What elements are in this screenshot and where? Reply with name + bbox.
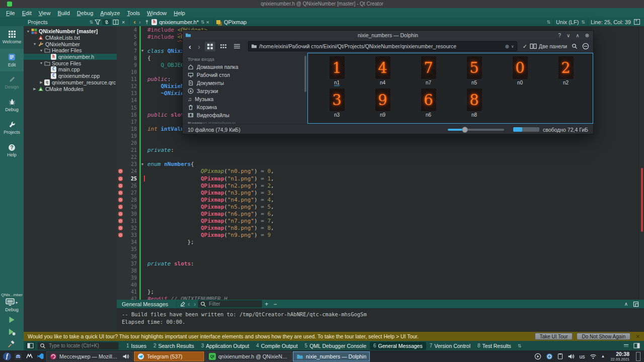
file-n0[interactable]: 0n0 <box>497 56 543 88</box>
menu-debug[interactable]: Debug <box>73 9 97 17</box>
tree-expander-icon[interactable]: ▼ <box>26 30 31 33</box>
place-downloads[interactable]: Загрузки <box>183 87 307 95</box>
mode-debug[interactable]: Debug <box>0 94 24 117</box>
maximize-window-button[interactable]: ∧ <box>576 33 579 38</box>
close-document-button[interactable]: × <box>205 19 211 25</box>
tree-item-qnixienumber-h[interactable]: hqnixienumber.h <box>24 54 117 60</box>
tree-item-main-cpp[interactable]: Cmain.cpp <box>24 66 117 73</box>
pin-document-button[interactable] <box>142 19 151 25</box>
task-dolphin[interactable]: nixie_numbers — Dolphin <box>293 351 370 361</box>
left-sidebar-toggle-icon[interactable] <box>26 342 35 349</box>
debug-run-button[interactable] <box>8 326 16 337</box>
locator-box[interactable] <box>37 342 119 350</box>
mode-projects[interactable]: Projects <box>0 117 24 139</box>
forward-button[interactable]: › <box>196 42 202 51</box>
location-bar[interactable]: /home/eixini/Рабочий стол/Eixini/Qt/Proj… <box>248 41 517 51</box>
places-scrollbar[interactable] <box>304 56 306 92</box>
mode-help[interactable]: ?Help <box>0 139 24 162</box>
accept-path-icon[interactable]: ✓ <box>523 43 527 50</box>
tree-item-qnixienumber[interactable]: ▼QNixieNumber <box>24 41 117 47</box>
pane-button-test-results[interactable]: 8Test Results <box>474 342 515 350</box>
right-sidebar-toggle-icon[interactable] <box>633 343 640 348</box>
expand-tray-icon[interactable]: ▲ <box>601 354 605 358</box>
pane-button-search-results[interactable]: 2Search Results <box>150 342 198 350</box>
location-path[interactable]: /home/eixini/Рабочий стол/Eixini/Qt/Proj… <box>259 43 503 49</box>
locator-input[interactable] <box>48 342 110 349</box>
volume-tray-icon[interactable] <box>568 353 575 359</box>
zoom-out-icon[interactable]: − <box>271 301 279 308</box>
line-ending-dropdown-icon[interactable]: ⇅ <box>581 20 585 25</box>
menu-window[interactable]: Window <box>143 9 170 17</box>
sync-with-editor-button[interactable] <box>102 19 111 25</box>
clock[interactable]: 20:38 22.03.2021 <box>610 351 629 361</box>
task-qtcreator[interactable]: Qtqnixienumber.h @ QNixieNu... <box>205 351 292 361</box>
place-videos[interactable]: Видеофайлы <box>183 111 307 119</box>
mode-design[interactable]: Design <box>0 71 24 94</box>
back-button[interactable]: ‹ <box>187 42 193 51</box>
compact-view-button[interactable] <box>218 42 229 51</box>
file-n6[interactable]: 6n6 <box>406 88 451 121</box>
take-ui-tour-button[interactable]: Take UI Tour <box>535 333 573 340</box>
tree-expander-icon[interactable]: ▼ <box>39 49 44 52</box>
media-player-tray-icon[interactable] <box>534 353 541 360</box>
sidebar-view-selector[interactable]: Projects ⇅ <box>28 19 93 25</box>
help-window-button[interactable]: ? <box>558 33 561 38</box>
place-home[interactable]: Домашняя папка <box>183 63 307 71</box>
tree-expander-icon[interactable]: ▼ <box>39 61 44 65</box>
task-telegram[interactable]: Telegram (537) <box>134 351 204 361</box>
file-n2[interactable]: 2n2 <box>543 56 589 88</box>
place-desktop[interactable]: Рабочий стол <box>183 71 307 79</box>
tab-open-document[interactable]: qnixienumber.h* <box>159 19 199 25</box>
menu-build[interactable]: Build <box>54 9 73 17</box>
launcher-fedora-menu[interactable]: f <box>2 351 12 361</box>
file-n1[interactable]: 1n1 <box>314 56 360 88</box>
launcher-vscode[interactable] <box>35 351 45 361</box>
output-filter-box[interactable] <box>198 300 262 308</box>
file-n3[interactable]: 3n3 <box>314 88 360 121</box>
document-dropdown-icon[interactable]: ⇅ <box>201 20 205 25</box>
dolphin-titlebar[interactable]: nixie_numbers — Dolphin ? ∨ ∧ ⊗ <box>183 31 593 40</box>
tree-expander-icon[interactable]: ▶ <box>32 87 37 91</box>
mode-edit[interactable]: Edit <box>0 49 24 71</box>
pane-button-qml-debugger-console[interactable]: 5QML Debugger Console <box>301 342 370 350</box>
pane-button-version-control[interactable]: 7Version Control <box>426 342 474 350</box>
build-button[interactable] <box>8 338 16 349</box>
tree-item-cmakelists-txt[interactable]: CMakeLists.txt <box>24 35 117 41</box>
launcher-discord[interactable] <box>13 351 23 361</box>
keyboard-layout-indicator[interactable]: us <box>579 353 585 359</box>
tree-item-source-files[interactable]: ▼Source Files <box>24 60 117 66</box>
tab-context-qpixmap[interactable]: QPixmap <box>224 19 247 25</box>
menu-help[interactable]: Help <box>170 9 189 17</box>
close-panel-button[interactable]: × <box>120 19 126 25</box>
output-pane-title[interactable]: General Messages <box>117 301 173 307</box>
pane-button-general-messages[interactable]: 6General Messages <box>370 342 426 350</box>
clear-path-icon[interactable]: ⊗ <box>505 44 509 49</box>
place-documents[interactable]: Документы <box>183 79 307 87</box>
tree-item-cmake-modules[interactable]: ▶CMake Modules <box>24 85 117 92</box>
encoding-dropdown-icon[interactable]: ⇅ <box>547 20 551 25</box>
icons-view-button[interactable] <box>205 42 215 51</box>
slider-handle[interactable] <box>462 127 468 133</box>
tree-item-header-files[interactable]: ▼Header Files <box>24 47 117 54</box>
next-item-icon[interactable]: › <box>192 301 198 308</box>
search-icon[interactable] <box>572 43 578 49</box>
file-n8[interactable]: 8n8 <box>451 88 497 121</box>
task-thunderbird[interactable]: Мессенджер — Mozilla ... <box>46 351 133 361</box>
dolphin-window[interactable]: nixie_numbers — Dolphin ? ∨ ∧ ⊗ ‹ › /hom… <box>182 30 594 134</box>
folder-view[interactable]: 1n14n47n75n50n02n23n39n96n68n8 <box>307 53 593 124</box>
pane-button-compile-output[interactable]: 4Compile Output <box>253 342 301 350</box>
editor-scrollbar[interactable] <box>638 26 644 300</box>
fold-marker-icon[interactable]: ▼ <box>141 162 143 166</box>
show-desktop-button[interactable] <box>636 352 640 361</box>
launcher-zigzag-app[interactable] <box>24 351 34 361</box>
output-filter-input[interactable] <box>208 301 255 307</box>
menu-tools[interactable]: Tools <box>123 9 143 17</box>
network-tray-icon[interactable] <box>590 353 597 359</box>
tree-expander-icon[interactable]: ▼ <box>32 42 37 46</box>
icon-zoom-slider[interactable] <box>448 129 504 131</box>
path-dropdown-icon[interactable]: ∨ <box>511 44 514 49</box>
split-panel-button[interactable] <box>111 19 120 25</box>
pane-button-issues[interactable]: 1Issues <box>123 342 150 350</box>
kit-selector-button[interactable]: ▸ <box>6 298 18 306</box>
pane-list-dropdown-icon[interactable]: ⇅ <box>518 343 522 348</box>
